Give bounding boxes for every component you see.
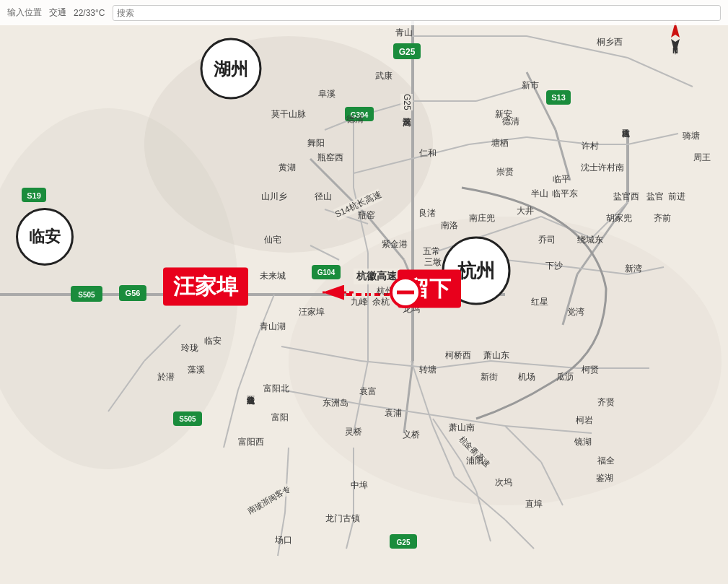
svg-line-51: [628, 134, 678, 144]
g25-label: G25长深高速: [400, 94, 413, 110]
svg-text:S13: S13: [551, 93, 566, 102]
svg-text:G25: G25: [397, 539, 411, 546]
svg-text:S505: S505: [78, 291, 95, 299]
svg-text:G56: G56: [126, 289, 141, 297]
svg-point-1: [144, 36, 433, 253]
svg-text:G25: G25: [399, 47, 416, 57]
svg-line-22: [628, 58, 693, 87]
svg-line-19: [556, 130, 570, 180]
svg-line-39: [256, 295, 274, 339]
svg-text:S19: S19: [27, 191, 41, 200]
svg-text:G104: G104: [317, 269, 336, 276]
svg-text:N: N: [672, 46, 678, 55]
svg-text:G304: G304: [351, 111, 369, 119]
svg-line-40: [238, 339, 256, 390]
svg-line-21: [527, 36, 628, 58]
blocked-road-sign: [390, 276, 421, 308]
svg-line-67: [285, 448, 289, 513]
svg-line-25: [592, 202, 628, 238]
temperature: 22/33°C: [74, 8, 105, 18]
wangjiabei-label: 汪家埠: [163, 268, 248, 306]
huzhou-circle: 湖州: [201, 38, 262, 100]
svg-text:S505: S505: [179, 415, 196, 423]
linan-circle: 临安: [16, 208, 74, 266]
svg-line-45: [476, 87, 527, 101]
search-input[interactable]: [113, 5, 722, 21]
svg-line-64: [505, 520, 534, 549]
top-bar: 输入位置 交通 22/33°C: [0, 0, 728, 25]
location-input-area: 输入位置: [7, 6, 42, 19]
svg-line-66: [346, 520, 354, 549]
svg-line-68: [278, 513, 285, 556]
svg-line-48: [469, 137, 527, 144]
north-arrow: N: [657, 20, 693, 56]
map-container: 输入位置 交通 22/33°C: [0, 0, 728, 584]
road-network-svg: G25 S13 G56 S505 S19 G304 G104 S505 G25: [0, 0, 728, 584]
nav-label: 交通: [49, 6, 66, 19]
svg-line-41: [224, 390, 238, 448]
